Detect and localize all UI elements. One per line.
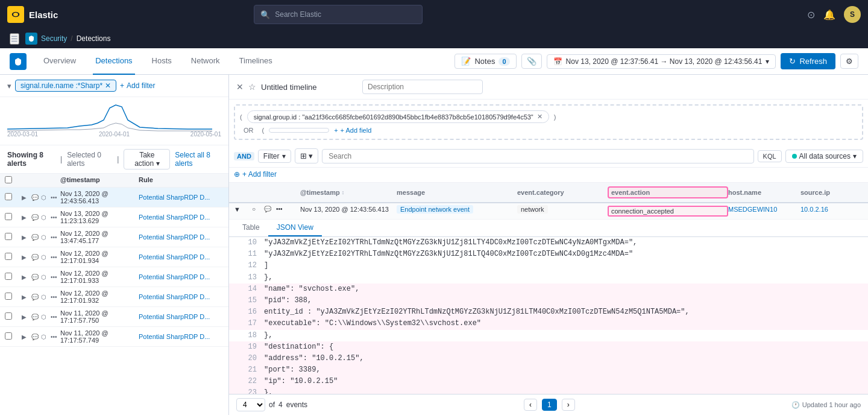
hamburger-menu[interactable]: ☰: [10, 33, 19, 45]
nav-detections[interactable]: Detections: [93, 48, 134, 75]
row-checkbox[interactable]: [5, 273, 12, 280]
rule-link[interactable]: Potential SharpRDP D...: [139, 214, 210, 221]
alert-row[interactable]: ▶ 💬 ⬡ ••• Nov 12, 2020 @ 13:47:45.177 Po…: [0, 227, 228, 247]
th-source-ip[interactable]: source.ip: [800, 186, 868, 198]
row-checkbox[interactable]: [5, 253, 12, 260]
network-icon[interactable]: ⬡: [41, 254, 51, 261]
expand-icon[interactable]: ▶: [22, 294, 31, 300]
add-field-button[interactable]: + + Add field: [334, 127, 371, 134]
rows-per-page-select[interactable]: 4 10 25: [236, 398, 265, 411]
rule-link[interactable]: Potential SharpRDP D...: [139, 194, 210, 201]
chat-icon[interactable]: 💬: [31, 274, 41, 280]
expand-icon[interactable]: ▶: [22, 234, 31, 241]
row-expand[interactable]: ▼: [234, 206, 252, 213]
more-icon[interactable]: •••: [51, 254, 60, 261]
data-view-button[interactable]: ⊞ ▾: [295, 148, 319, 163]
row-checkbox[interactable]: [5, 312, 12, 320]
chat-icon[interactable]: 💬: [31, 334, 41, 340]
add-filter-button[interactable]: + Add filter: [120, 81, 155, 90]
settings-icon[interactable]: ⊙: [807, 9, 815, 21]
row-checkbox[interactable]: [5, 332, 12, 340]
rule-link[interactable]: Potential SharpRDP D...: [139, 293, 210, 300]
rule-link[interactable]: Potential SharpRDP D...: [139, 333, 210, 340]
date-range-picker[interactable]: 📅 Nov 13, 2020 @ 12:37:56.41 → Nov 13, 2…: [547, 54, 776, 69]
rule-link[interactable]: Potential SharpRDP D...: [139, 273, 210, 280]
timeline-title-input[interactable]: [261, 83, 357, 92]
select-all-link[interactable]: Select all 8 alerts: [175, 151, 221, 168]
row-chat[interactable]: 💬: [264, 206, 276, 212]
more-icon[interactable]: •••: [51, 314, 60, 320]
timeline-description-input[interactable]: [362, 80, 483, 94]
alert-row[interactable]: ▶ 💬 ⬡ ••• Nov 11, 2020 @ 17:17:57.749 Po…: [0, 327, 228, 347]
network-icon[interactable]: ⬡: [41, 334, 51, 340]
host-name-link[interactable]: MSEDGEWIN10: [728, 206, 777, 213]
alert-row[interactable]: ▶ 💬 ⬡ ••• Nov 11, 2020 @ 17:17:57.750 Po…: [0, 307, 228, 327]
alert-row[interactable]: ▶ 💬 ⬡ ••• Nov 12, 2020 @ 12:17:01.934 Po…: [0, 247, 228, 267]
timeline-favorite-button[interactable]: ☆: [248, 82, 256, 92]
th-event-category[interactable]: event.category: [517, 186, 608, 198]
expand-icon[interactable]: ▶: [22, 314, 31, 320]
rule-link[interactable]: Potential SharpRDP D...: [139, 253, 210, 261]
row-checkbox[interactable]: [5, 213, 12, 220]
nav-timelines[interactable]: Timelines: [237, 48, 275, 75]
expand-icon[interactable]: ▶: [22, 214, 31, 221]
remove-filter-pill-icon[interactable]: ✕: [537, 113, 542, 121]
network-icon[interactable]: ⬡: [41, 234, 51, 241]
expand-icon[interactable]: ▶: [22, 194, 31, 201]
timeline-search-input[interactable]: [322, 149, 753, 163]
chat-icon[interactable]: 💬: [31, 254, 41, 261]
chat-icon[interactable]: 💬: [31, 294, 41, 300]
expand-icon[interactable]: ▶: [22, 334, 31, 340]
global-search-bar[interactable]: 🔍 Search Elastic: [254, 5, 423, 24]
network-icon[interactable]: ⬡: [41, 314, 51, 320]
row-dots[interactable]: •••: [276, 206, 288, 212]
prev-page-button[interactable]: ‹: [524, 399, 537, 411]
remove-filter-icon[interactable]: ✕: [105, 81, 111, 90]
rule-link[interactable]: Potential SharpRDP D...: [139, 313, 210, 320]
th-host-name[interactable]: host.name: [728, 186, 800, 198]
alert-row[interactable]: ▶ 💬 ⬡ ••• Nov 13, 2020 @ 11:23:13.629 Po…: [0, 208, 228, 227]
network-icon[interactable]: ⬡: [41, 214, 51, 221]
nav-overview[interactable]: Overview: [41, 48, 78, 75]
row-checkbox[interactable]: [5, 193, 12, 200]
notifications-icon[interactable]: 🔔: [823, 9, 835, 21]
row-checkbox[interactable]: [5, 293, 12, 300]
breadcrumb-security[interactable]: Security: [41, 34, 67, 43]
timeline-add-filter-button[interactable]: ⊕ + Add filter: [234, 170, 277, 179]
alert-row[interactable]: ▶ 💬 ⬡ ••• Nov 12, 2020 @ 12:17:01.932 Po…: [0, 287, 228, 307]
expand-icon[interactable]: ▶: [22, 254, 31, 261]
more-icon[interactable]: •••: [51, 274, 60, 280]
filter-expand-button[interactable]: ▾: [7, 81, 11, 90]
nav-hosts[interactable]: Hosts: [149, 48, 174, 75]
more-icon[interactable]: •••: [51, 294, 60, 300]
timeline-settings-button[interactable]: ⚙: [840, 54, 858, 69]
more-icon[interactable]: •••: [51, 234, 60, 241]
attach-icon-button[interactable]: 📎: [521, 54, 542, 69]
alert-row[interactable]: ▶ 💬 ⬡ ••• Nov 12, 2020 @ 12:17:01.933 Po…: [0, 267, 228, 287]
filter-dropdown[interactable]: Filter ▾: [258, 150, 291, 163]
timeline-data-row[interactable]: ▼ ○ 💬 ••• Nov 13, 2020 @ 12:43:56.413 En…: [229, 203, 868, 220]
tab-table[interactable]: Table: [234, 220, 268, 236]
more-icon[interactable]: •••: [51, 214, 60, 221]
th-message[interactable]: message: [397, 186, 517, 198]
rule-link[interactable]: Potential SharpRDP D...: [139, 233, 210, 241]
select-all-checkbox[interactable]: [5, 176, 12, 183]
row-checkbox[interactable]: [5, 233, 12, 240]
chat-icon[interactable]: 💬: [31, 194, 41, 201]
more-icon[interactable]: •••: [51, 334, 60, 340]
th-event-action[interactable]: event.action: [608, 186, 728, 198]
network-icon[interactable]: ⬡: [41, 294, 51, 300]
network-icon[interactable]: ⬡: [41, 194, 51, 201]
take-action-button[interactable]: Take action ▾: [124, 149, 170, 169]
nav-network[interactable]: Network: [189, 48, 222, 75]
avatar[interactable]: S: [844, 6, 861, 23]
expand-icon[interactable]: ▶: [22, 274, 31, 280]
network-icon[interactable]: ⬡: [41, 274, 51, 280]
notes-button[interactable]: 📝 Notes 0: [454, 54, 516, 69]
tab-json-view[interactable]: JSON View: [268, 220, 322, 236]
th-timestamp[interactable]: @timestamp ↕: [300, 186, 397, 198]
chat-icon[interactable]: 💬: [31, 234, 41, 241]
timeline-close-button[interactable]: ✕: [236, 82, 244, 92]
more-icon[interactable]: •••: [51, 194, 60, 201]
chat-icon[interactable]: 💬: [31, 214, 41, 221]
